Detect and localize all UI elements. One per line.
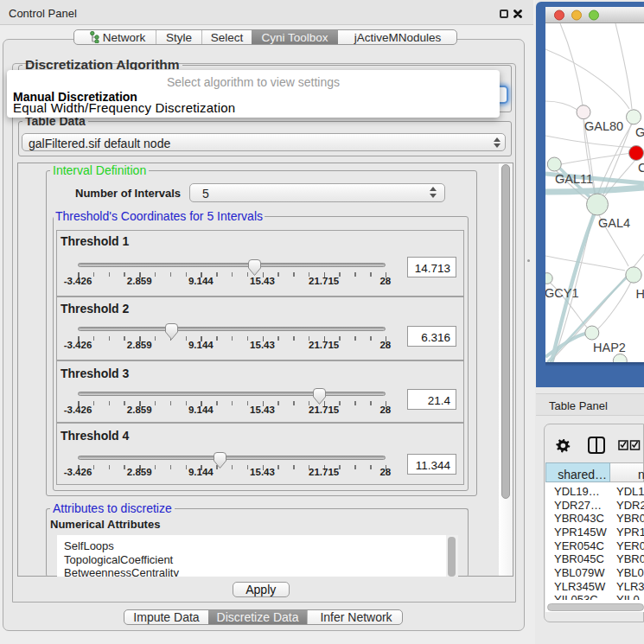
svg-text:GAL4: GAL4 [598, 216, 630, 230]
svg-text:C: C [638, 161, 644, 175]
svg-text:H: H [636, 287, 644, 301]
svg-text:GCY1: GCY1 [545, 286, 579, 300]
svg-text:GAL11: GAL11 [555, 172, 593, 186]
svg-text:GAL80: GAL80 [584, 119, 623, 133]
svg-text:GA: GA [635, 125, 644, 139]
svg-text:HAP2: HAP2 [593, 341, 626, 354]
